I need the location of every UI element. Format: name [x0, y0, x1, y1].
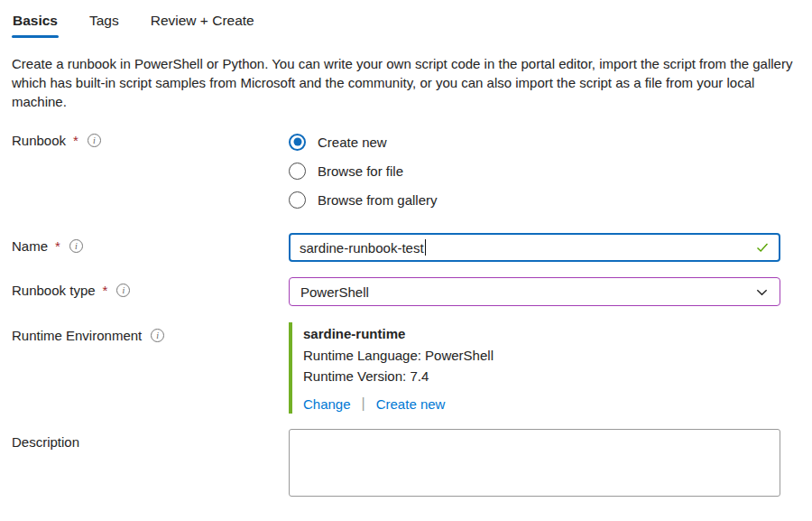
intro-text: Create a runbook in PowerShell or Python… — [12, 54, 800, 111]
runtime-environment-field-label: Runtime Environment i — [12, 322, 289, 343]
name-control: sardine-runbook-test — [289, 233, 780, 262]
field-row-name: Name* i sardine-runbook-test — [12, 233, 800, 262]
radio-browse-from-gallery-label: Browse from gallery — [318, 192, 438, 208]
runbook-field-label: Runbook* i — [12, 127, 289, 148]
tab-bar: Basics Tags Review + Create — [12, 11, 800, 38]
name-input[interactable]: sardine-runbook-test — [289, 233, 780, 262]
required-asterisk: * — [55, 238, 60, 254]
radio-create-new[interactable]: Create new — [289, 127, 780, 156]
field-row-description: Description — [12, 429, 800, 500]
tab-review-create[interactable]: Review + Create — [150, 11, 255, 38]
tab-tags-label: Tags — [89, 13, 119, 28]
field-row-runbook: Runbook* i Create new Browse for file Br… — [12, 127, 800, 214]
create-new-link[interactable]: Create new — [376, 396, 446, 412]
tab-tags[interactable]: Tags — [88, 11, 120, 38]
name-label-text: Name — [12, 238, 48, 254]
field-row-runbook-type: Runbook type* i PowerShell — [12, 277, 800, 306]
basics-form: Runbook* i Create new Browse for file Br… — [12, 127, 800, 500]
radio-browse-from-gallery[interactable]: Browse from gallery — [289, 185, 780, 214]
radio-create-new-label: Create new — [318, 135, 387, 150]
runtime-environment-summary: sardine-runtime Runtime Language: PowerS… — [289, 322, 780, 414]
runtime-environment-links: Change | Create new — [303, 395, 780, 412]
runtime-language-line: Runtime Language: PowerShell — [303, 346, 780, 365]
chevron-down-icon — [755, 285, 769, 299]
description-label-text: Description — [12, 434, 79, 450]
description-textarea[interactable] — [289, 429, 780, 497]
tab-basics-label: Basics — [13, 13, 58, 28]
tab-basics[interactable]: Basics — [12, 11, 59, 38]
runbook-label-text: Runbook — [12, 133, 66, 148]
runtime-environment-control: sardine-runtime Runtime Language: PowerS… — [289, 322, 780, 414]
runbook-type-selected-value: PowerShell — [300, 284, 369, 300]
description-field-label: Description — [12, 429, 289, 450]
create-runbook-basics-page: Basics Tags Review + Create Create a run… — [0, 0, 812, 521]
runbook-type-field-label: Runbook type* i — [12, 277, 289, 298]
description-control — [289, 429, 780, 500]
info-icon[interactable]: i — [88, 134, 101, 147]
text-caret — [425, 239, 427, 256]
required-asterisk: * — [103, 283, 108, 298]
name-field-label: Name* i — [12, 233, 289, 254]
runbook-type-select[interactable]: PowerShell — [289, 277, 780, 306]
radio-selected-icon — [289, 134, 306, 151]
link-separator: | — [362, 395, 365, 412]
runtime-version-line: Runtime Version: 7.4 — [303, 367, 780, 386]
runtime-environment-name: sardine-runtime — [303, 324, 780, 344]
radio-browse-for-file[interactable]: Browse for file — [289, 156, 780, 185]
info-icon[interactable]: i — [116, 284, 130, 297]
change-link[interactable]: Change — [303, 396, 351, 412]
runbook-type-control: PowerShell — [289, 277, 780, 306]
info-icon[interactable]: i — [151, 329, 164, 342]
tab-review-create-label: Review + Create — [151, 13, 254, 28]
runtime-environment-label-text: Runtime Environment — [12, 328, 142, 343]
active-tab-underline — [12, 35, 59, 38]
runbook-type-label-text: Runbook type — [12, 283, 96, 298]
required-asterisk: * — [73, 133, 78, 148]
field-row-runtime-environment: Runtime Environment i sardine-runtime Ru… — [12, 322, 800, 414]
radio-unselected-icon — [289, 191, 306, 209]
runbook-radio-group: Create new Browse for file Browse from g… — [289, 127, 780, 214]
radio-unselected-icon — [289, 163, 306, 180]
name-input-value: sardine-runbook-test — [300, 240, 424, 256]
valid-check-icon — [755, 240, 770, 255]
radio-browse-for-file-label: Browse for file — [318, 163, 403, 179]
info-icon[interactable]: i — [69, 239, 83, 253]
